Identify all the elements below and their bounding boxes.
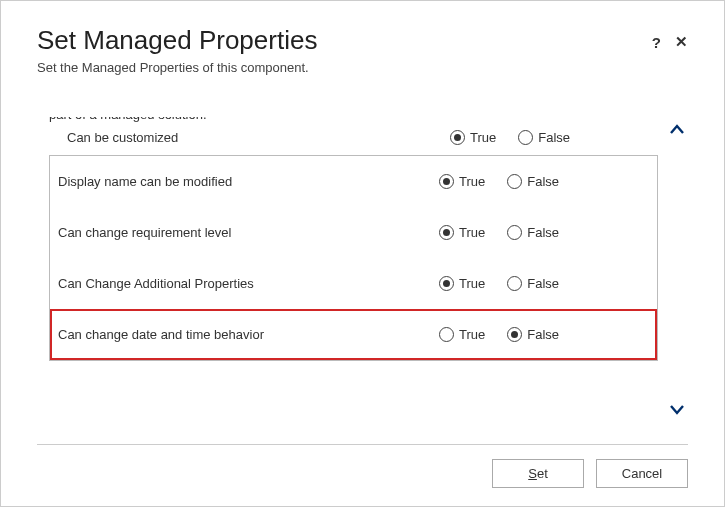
- radio-true[interactable]: True: [439, 225, 485, 240]
- radio-circle: [439, 225, 454, 240]
- header-text: Set Managed Properties Set the Managed P…: [37, 25, 317, 75]
- radio-dot-selected: [443, 178, 450, 185]
- radio-false[interactable]: False: [507, 174, 559, 189]
- property-row: Can change requirement level True False: [50, 207, 657, 258]
- clipped-description: part of a managed solution.: [49, 117, 660, 122]
- radio-label-false: False: [538, 130, 570, 145]
- dialog-subtitle: Set the Managed Properties of this compo…: [37, 60, 317, 75]
- radio-true[interactable]: True: [439, 174, 485, 189]
- chevron-up-icon[interactable]: [668, 121, 686, 143]
- scroll-area: part of a managed solution. Can be custo…: [37, 117, 660, 426]
- property-row: Display name can be modified True False: [50, 156, 657, 207]
- scroll-indicators: [660, 117, 688, 426]
- radio-label-false: False: [527, 276, 559, 291]
- property-row: Can Change Additional Properties True Fa…: [50, 258, 657, 309]
- radio-true[interactable]: True: [450, 130, 496, 145]
- dialog-title: Set Managed Properties: [37, 25, 317, 56]
- dialog-header: Set Managed Properties Set the Managed P…: [37, 25, 688, 75]
- radio-true[interactable]: True: [439, 276, 485, 291]
- property-label: Can change date and time behavior: [58, 327, 439, 342]
- radio-group: True False: [439, 327, 649, 342]
- radio-label-false: False: [527, 327, 559, 342]
- radio-circle: [450, 130, 465, 145]
- radio-label-true: True: [459, 174, 485, 189]
- radio-label-false: False: [527, 225, 559, 240]
- radio-circle: [518, 130, 533, 145]
- radio-dot-selected: [511, 331, 518, 338]
- radio-group: True False: [439, 276, 649, 291]
- radio-false[interactable]: False: [507, 276, 559, 291]
- radio-label-true: True: [459, 225, 485, 240]
- set-button-rest: et: [537, 466, 548, 481]
- chevron-down-icon[interactable]: [668, 400, 686, 422]
- property-label: Can be customized: [67, 130, 450, 145]
- radio-circle: [507, 327, 522, 342]
- property-label: Display name can be modified: [58, 174, 439, 189]
- radio-true[interactable]: True: [439, 327, 485, 342]
- radio-dot-selected: [443, 280, 450, 287]
- radio-circle: [439, 174, 454, 189]
- set-button-accel: S: [528, 466, 537, 481]
- radio-circle: [439, 276, 454, 291]
- radio-label-false: False: [527, 174, 559, 189]
- property-row-customizable: Can be customized True False: [67, 130, 660, 145]
- radio-label-true: True: [459, 276, 485, 291]
- radio-false[interactable]: False: [518, 130, 570, 145]
- properties-box: Display name can be modified True False: [49, 155, 658, 361]
- radio-label-true: True: [459, 327, 485, 342]
- radio-circle: [507, 225, 522, 240]
- radio-circle: [507, 276, 522, 291]
- property-label: Can change requirement level: [58, 225, 439, 240]
- radio-circle: [507, 174, 522, 189]
- property-label: Can Change Additional Properties: [58, 276, 439, 291]
- radio-group: True False: [450, 130, 660, 145]
- managed-properties-dialog: Set Managed Properties Set the Managed P…: [1, 1, 724, 506]
- close-icon[interactable]: ✕: [675, 33, 688, 51]
- radio-dot-selected: [454, 134, 461, 141]
- set-button[interactable]: Set: [492, 459, 584, 488]
- radio-dot-selected: [443, 229, 450, 236]
- radio-group: True False: [439, 174, 649, 189]
- help-icon[interactable]: ?: [652, 34, 661, 51]
- radio-circle: [439, 327, 454, 342]
- radio-group: True False: [439, 225, 649, 240]
- property-row-highlighted: Can change date and time behavior True F…: [50, 309, 657, 360]
- cancel-button[interactable]: Cancel: [596, 459, 688, 488]
- header-controls: ? ✕: [652, 33, 688, 51]
- radio-false[interactable]: False: [507, 225, 559, 240]
- radio-false[interactable]: False: [507, 327, 559, 342]
- content-area: part of a managed solution. Can be custo…: [37, 117, 688, 426]
- radio-label-true: True: [470, 130, 496, 145]
- dialog-footer: Set Cancel: [37, 445, 688, 488]
